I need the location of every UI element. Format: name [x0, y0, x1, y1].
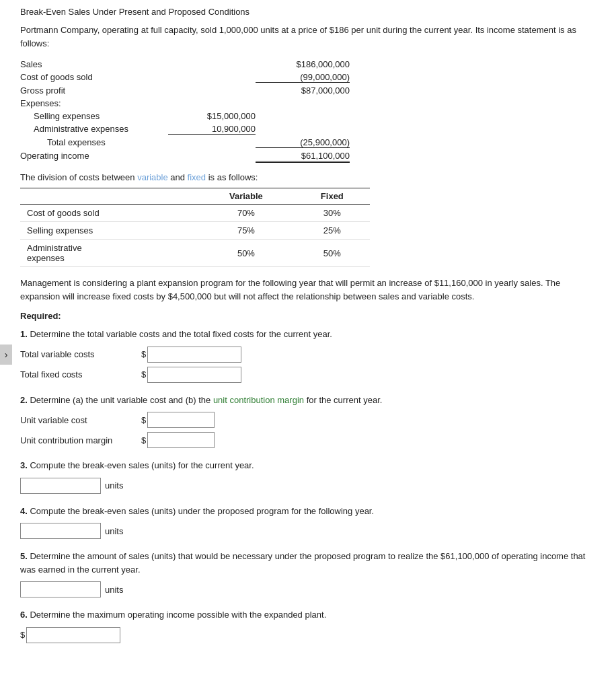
q3-units-label: units — [105, 480, 123, 491]
table-cell-variable: 50% — [198, 240, 295, 267]
expenses-header-label: Expenses: — [20, 98, 168, 108]
table-cell-label: Administrativeexpenses — [20, 240, 198, 267]
q4-units-label: units — [105, 526, 123, 536]
table-row: Cost of goods sold 70% 30% — [20, 205, 370, 222]
q5-units-label: units — [105, 585, 123, 595]
income-row-operating: Operating income $61,100,000 — [20, 151, 603, 163]
intro-text: Portmann Company, operating at full capa… — [20, 24, 603, 50]
q3-units-row: units — [20, 478, 603, 494]
q2-unit-variable-dollar: $ — [141, 415, 146, 425]
q1-variable-dollar: $ — [141, 349, 146, 359]
cost-division-text: The division of costs between variable a… — [20, 172, 603, 182]
cost-table-header-label — [20, 188, 198, 205]
q6-text: Determine the maximum operating income p… — [30, 610, 326, 620]
q1-fixed-dollar: $ — [141, 369, 146, 379]
q2-text-2: for the current year. — [304, 395, 382, 405]
q1-text: Determine the total variable costs and t… — [30, 329, 332, 339]
q6-income-input[interactable] — [26, 627, 120, 643]
cogs-label: Cost of goods sold — [20, 72, 168, 82]
q2-unit-variable-label: Unit variable cost — [20, 415, 141, 425]
q2-text-1: Determine (a) the unit variable cost and… — [30, 395, 213, 405]
income-row-admin: Administrative expenses 10,900,000 — [20, 124, 603, 135]
total-expenses-col2: (25,900,000) — [256, 137, 350, 148]
table-cell-fixed: 30% — [295, 205, 370, 222]
table-cell-label: Selling expenses — [20, 222, 198, 240]
table-cell-variable: 70% — [198, 205, 295, 222]
table-cell-variable: 75% — [198, 222, 295, 240]
cost-table-header-fixed: Fixed — [295, 188, 370, 205]
income-row-gross: Gross profit $87,000,000 — [20, 85, 603, 96]
income-row-sales: Sales $186,000,000 — [20, 59, 603, 69]
sales-col2: $186,000,000 — [256, 59, 350, 69]
income-row-total-expenses: Total expenses (25,900,000) — [20, 137, 603, 148]
q3-units-input[interactable] — [20, 478, 101, 494]
q5-text: Determine the amount of sales (units) th… — [20, 551, 585, 575]
operating-label: Operating income — [20, 151, 168, 161]
q6-dollar: $ — [20, 630, 25, 640]
q2-highlight: unit contribution margin — [213, 395, 304, 405]
q2-unit-margin-label: Unit contribution margin — [20, 435, 141, 445]
total-expenses-label: Total expenses — [20, 137, 168, 147]
q4-text: Compute the break-even sales (units) und… — [30, 506, 374, 516]
selling-col1: $15,000,000 — [168, 111, 256, 121]
q2-unit-variable-input[interactable] — [147, 412, 215, 428]
selling-label: Selling expenses — [20, 111, 168, 121]
table-cell-fixed: 50% — [295, 240, 370, 267]
q4-units-row: units — [20, 523, 603, 539]
table-cell-fixed: 25% — [295, 222, 370, 240]
income-row-cogs: Cost of goods sold (99,000,000) — [20, 72, 603, 83]
q2-number: 2. — [20, 395, 28, 405]
management-text: Management is considering a plant expans… — [20, 277, 603, 303]
left-nav-arrow[interactable]: › — [0, 344, 12, 365]
q5-number: 5. — [20, 551, 28, 561]
q1-variable-input[interactable] — [147, 347, 241, 363]
q3-text: Compute the break-even sales (units) for… — [30, 460, 254, 470]
q1-variable-label: Total variable costs — [20, 349, 141, 359]
q3-intro: 3. Compute the break-even sales (units) … — [20, 459, 603, 472]
q5-units-input[interactable] — [20, 581, 101, 597]
question-1: 1. Determine the total variable costs an… — [20, 328, 603, 383]
question-6: 6. Determine the maximum operating incom… — [20, 608, 603, 643]
admin-col1: 10,900,000 — [168, 124, 256, 135]
q4-number: 4. — [20, 506, 28, 516]
q5-intro: 5. Determine the amount of sales (units)… — [20, 550, 603, 576]
admin-label: Administrative expenses — [20, 124, 168, 134]
q1-variable-row: Total variable costs $ — [20, 347, 603, 363]
cost-table-header-variable: Variable — [198, 188, 295, 205]
q3-number: 3. — [20, 460, 28, 470]
cogs-col2: (99,000,000) — [256, 72, 350, 83]
table-cell-label: Cost of goods sold — [20, 205, 198, 222]
sales-label: Sales — [20, 59, 168, 69]
income-row-selling: Selling expenses $15,000,000 — [20, 111, 603, 121]
gross-col2: $87,000,000 — [256, 85, 350, 96]
question-3: 3. Compute the break-even sales (units) … — [20, 459, 603, 494]
q2-intro: 2. Determine (a) the unit variable cost … — [20, 394, 603, 407]
gross-label: Gross profit — [20, 85, 168, 96]
q6-number: 6. — [20, 610, 28, 620]
q6-income-row: $ — [20, 627, 603, 643]
q2-unit-margin-dollar: $ — [141, 435, 146, 445]
table-row: Selling expenses 75% 25% — [20, 222, 370, 240]
q1-intro: 1. Determine the total variable costs an… — [20, 328, 603, 341]
table-row: Administrativeexpenses 50% 50% — [20, 240, 370, 267]
question-5: 5. Determine the amount of sales (units)… — [20, 550, 603, 597]
cost-table: Variable Fixed Cost of goods sold 70% 30… — [20, 188, 370, 267]
q4-units-input[interactable] — [20, 523, 101, 539]
q2-unit-margin-row: Unit contribution margin $ — [20, 432, 603, 448]
question-2: 2. Determine (a) the unit variable cost … — [20, 394, 603, 449]
q1-number: 1. — [20, 329, 28, 339]
income-statement: Sales $186,000,000 Cost of goods sold (9… — [20, 59, 603, 163]
required-label: Required: — [20, 311, 603, 321]
q4-intro: 4. Compute the break-even sales (units) … — [20, 505, 603, 518]
q6-intro: 6. Determine the maximum operating incom… — [20, 608, 603, 622]
variable-highlight: variable — [137, 172, 168, 182]
question-4: 4. Compute the break-even sales (units) … — [20, 505, 603, 540]
q1-fixed-input[interactable] — [147, 367, 241, 383]
q2-unit-variable-row: Unit variable cost $ — [20, 412, 603, 428]
operating-col2: $61,100,000 — [256, 151, 350, 163]
q1-fixed-row: Total fixed costs $ — [20, 367, 603, 383]
q1-fixed-label: Total fixed costs — [20, 369, 141, 379]
q2-unit-margin-input[interactable] — [147, 432, 215, 448]
fixed-highlight: fixed — [188, 172, 206, 182]
income-row-expenses-header: Expenses: — [20, 98, 603, 108]
